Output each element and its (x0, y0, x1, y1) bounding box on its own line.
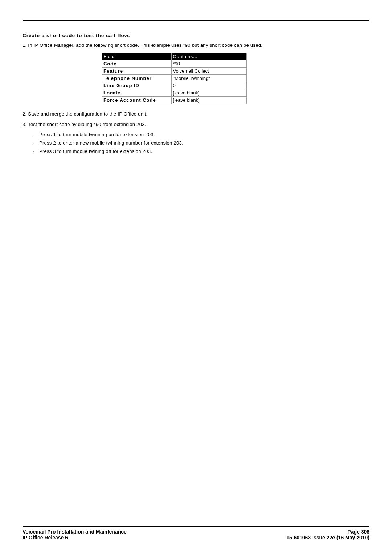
table-row: Feature Voicemail Collect (102, 67, 247, 74)
table-row: Locale [leave blank] (102, 89, 247, 96)
footer-row-2: IP Office Release 6 15-601063 Issue 22e … (23, 535, 369, 540)
cell-field: Force Account Code (102, 96, 172, 104)
section-heading: Create a short code to test the call flo… (23, 33, 369, 38)
table-header-row: Field Contains... (102, 53, 247, 60)
cell-value: *90 (171, 60, 246, 67)
list-item: · Press 3 to turn mobile twining off for… (33, 149, 369, 154)
table-row: Telephone Number "Mobile Twinning" (102, 74, 247, 82)
cell-value: [leave blank] (171, 96, 246, 104)
page-footer: Voicemail Pro Installation and Maintenan… (23, 526, 369, 540)
document-page: Create a short code to test the call flo… (0, 0, 392, 555)
top-rule (23, 20, 369, 21)
table-row: Line Group ID 0 (102, 82, 247, 89)
cell-field: Telephone Number (102, 74, 172, 82)
cell-value: 0 (171, 82, 246, 89)
cell-field: Locale (102, 89, 172, 96)
bullet-list: · Press 1 to turn mobile twinning on for… (33, 132, 369, 154)
bullet-icon: · (33, 140, 38, 146)
list-item: · Press 1 to turn mobile twinning on for… (33, 132, 369, 137)
shortcode-table: Field Contains... Code *90 Feature Voice… (102, 53, 247, 104)
step-2: 2. Save and merge the configuration to t… (23, 110, 369, 118)
cell-field: Line Group ID (102, 82, 172, 89)
cell-value: [leave blank] (171, 89, 246, 96)
step-3: 3. Test the short code by dialing *90 fr… (23, 121, 369, 128)
shortcode-table-wrap: Field Contains... Code *90 Feature Voice… (102, 53, 369, 104)
header-contains: Contains... (171, 53, 246, 60)
footer-left-1: Voicemail Pro Installation and Maintenan… (23, 529, 127, 535)
cell-field: Feature (102, 67, 172, 74)
bullet-text: Press 2 to enter a new mobile twinning n… (39, 140, 183, 146)
table-row: Force Account Code [leave blank] (102, 96, 247, 104)
bullet-icon: · (33, 149, 38, 154)
cell-value: Voicemail Collect (171, 67, 246, 74)
footer-rule (23, 526, 369, 527)
bullet-icon: · (33, 132, 38, 137)
cell-field: Code (102, 60, 172, 67)
footer-right-1: Page 308 (347, 529, 369, 535)
footer-row-1: Voicemail Pro Installation and Maintenan… (23, 529, 369, 535)
footer-left-2: IP Office Release 6 (23, 535, 68, 540)
footer-right-2: 15-601063 Issue 22e (16 May 2010) (286, 535, 369, 540)
bullet-text: Press 3 to turn mobile twining off for e… (39, 149, 152, 154)
bullet-text: Press 1 to turn mobile twinning on for e… (39, 132, 155, 137)
step-1: 1. In IP Office Manager, add the followi… (23, 42, 369, 49)
header-field: Field (102, 53, 172, 60)
cell-value: "Mobile Twinning" (171, 74, 246, 82)
table-row: Code *90 (102, 60, 247, 67)
list-item: · Press 2 to enter a new mobile twinning… (33, 140, 369, 146)
